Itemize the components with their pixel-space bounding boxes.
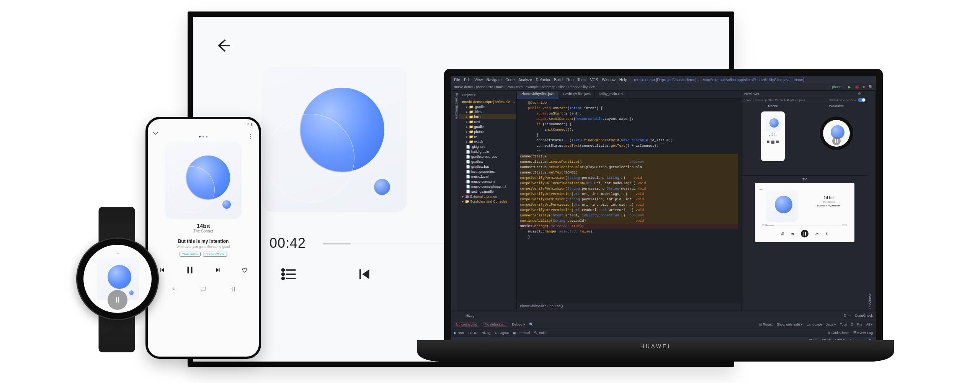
menu-analyze[interactable]: Analyze (518, 78, 532, 82)
stop-icon[interactable]: ■ (863, 85, 865, 89)
watch-device-mockup: ⌄ (73, 207, 161, 352)
tree-item: ▸ 📁cert (459, 119, 516, 124)
previewer-title: Previewer (744, 92, 759, 96)
queue-icon[interactable] (281, 266, 298, 283)
next-track-icon[interactable] (215, 267, 222, 273)
bottom-tab-eventlog[interactable]: ☰ Event Log (853, 331, 873, 335)
editor-breadcrumb[interactable]: PhoneAbilitySlice › onStart() (517, 303, 741, 311)
pause-button[interactable] (185, 265, 195, 275)
ide-menubar: File Edit View Navigate Code Analyze Ref… (451, 76, 876, 83)
debug-icon[interactable]: 🐞 (855, 85, 859, 89)
chip-standard[interactable]: Standard w (180, 252, 200, 257)
lang-label: Language (807, 322, 822, 326)
tree-item: 📄music2.xml (459, 174, 516, 179)
collapse-chevron-icon[interactable] (148, 129, 259, 135)
previous-track-icon[interactable] (355, 266, 372, 283)
tab-phoneability[interactable]: PhoneAbilitySlice.java (517, 91, 559, 98)
file-select[interactable]: All ▾ (866, 322, 873, 326)
phone-statusbar: ⚞▮ (148, 119, 259, 129)
menu-build[interactable]: Build (554, 78, 563, 82)
equalizer-icon[interactable] (229, 286, 236, 293)
tree-item: ▸ 📚 External Libraries (459, 194, 516, 199)
pause-button (801, 230, 808, 237)
preview-phone[interactable]: 14bitThe Sonnet (761, 111, 785, 161)
svg-point-1 (282, 273, 284, 275)
tree-item: ▸ 📁tv (459, 134, 516, 139)
preview-label-wearable: Wearable (828, 103, 845, 109)
run-target-select[interactable]: phone (830, 85, 844, 89)
phone-device-mockup: ⚞▮ ⋮ 14bit The Sonnet But this is my int… (145, 117, 261, 359)
tab-layoutxml[interactable]: ability_main.xml (595, 91, 627, 98)
song-title: 14bit (148, 223, 259, 229)
lang-select[interactable]: Java ▾ (826, 322, 836, 326)
more-menu-icon[interactable]: ⋮ (247, 133, 253, 140)
download-icon[interactable] (170, 286, 177, 293)
watch-pause-button[interactable] (108, 290, 127, 310)
search-icon[interactable]: 🔍 (869, 85, 873, 89)
config-select[interactable]: Debug ▾ (512, 322, 525, 326)
menu-tools[interactable]: Tools (577, 78, 586, 82)
phone-album-art (165, 142, 242, 219)
tree-item: 📄settings.gradle (459, 189, 516, 194)
ide-window: File Edit View Navigate Code Analyze Ref… (451, 76, 876, 344)
regex-checkbox[interactable]: ☑ Regex (759, 322, 773, 326)
lyric-line: But this is my intention (148, 239, 259, 244)
bottom-tab-logcat[interactable]: ↯ Logcat (494, 331, 509, 335)
favorite-icon[interactable] (241, 267, 248, 273)
bottom-tab-run[interactable]: ▶ Run (454, 331, 464, 335)
previewer-tool-tab[interactable]: Previewer (868, 91, 876, 311)
codecheck-gear-icon[interactable]: ⚙ — (843, 314, 851, 318)
lyric-sub: Wherever you go is the same good (148, 245, 259, 249)
hilog-tab[interactable]: HiLog (466, 314, 475, 318)
chip-sfx[interactable]: Sound effects (203, 252, 227, 257)
menu-window[interactable]: Window (602, 78, 616, 82)
tree-item: ▸ 📁build (459, 114, 516, 119)
menu-file[interactable]: File (454, 78, 460, 82)
menu-edit[interactable]: Edit (464, 78, 470, 82)
queue-icon: ☰ (781, 232, 784, 235)
codecheck-bar: HiLog ⚙ — CodeCheck (451, 311, 876, 320)
tree-item: 📄gradle.properties (459, 154, 516, 159)
playback-timecode: 00:42 (270, 235, 306, 251)
window-title: music-demo [D:\project\music-demo] - ...… (634, 78, 804, 82)
comments-icon[interactable] (200, 286, 207, 293)
preview-path: phone · otherapp.slice.PhoneAbilitySlice… (744, 98, 805, 102)
tree-item: 📄music-demo-phone.iml (459, 184, 516, 189)
tree-item: 📄build.gradle (459, 149, 516, 154)
tree-item: 📄local.properties (459, 169, 516, 174)
multi-device-toggle[interactable] (858, 98, 866, 102)
code-editor[interactable]: @Override public void onStart(Intent int… (517, 99, 741, 303)
project-tool-tab[interactable]: Project Structure (451, 91, 459, 311)
next-track-icon: ⏭ (815, 232, 818, 235)
breadcrumb[interactable]: music-demo › phone › src › main › java ›… (454, 85, 595, 89)
bottom-tab-todo[interactable]: TODO (468, 331, 478, 335)
previous-track-icon: ⏮ (791, 232, 794, 235)
menu-view[interactable]: View (474, 78, 483, 82)
menu-navigate[interactable]: Navigate (487, 78, 501, 82)
menu-code[interactable]: Code (505, 78, 514, 82)
menu-help[interactable]: Help (619, 78, 627, 82)
preview-tv[interactable]: ← 14 bit The Sonnet But this is my inten… (755, 183, 854, 242)
bottom-tab-codecheck[interactable]: ⚙ CodeCheck (827, 331, 849, 335)
gear-icon[interactable]: ⚙ — (858, 92, 866, 96)
safe-only-select[interactable]: Show only safe ▾ (777, 322, 803, 326)
multi-device-label: Multi-device preview (829, 98, 856, 102)
run-icon[interactable]: ▶ (848, 85, 851, 89)
laptop-device-mockup: File Edit View Navigate Code Analyze Ref… (417, 69, 894, 372)
preview-wearable[interactable] (821, 118, 852, 149)
bottom-tab-hilog[interactable]: HiLog (482, 331, 491, 335)
tree-item: ▸ 📂 Scratches and Consoles (459, 199, 516, 204)
project-root[interactable]: music-demo D:\project\music-demo (459, 99, 516, 104)
tab-tvability[interactable]: TVAbilitySlice.java (559, 91, 595, 98)
project-tree[interactable]: Project ▾ music-demo D:\project\music-de… (459, 91, 517, 311)
menu-vcs[interactable]: VCS (590, 78, 598, 82)
menu-run[interactable]: Run (567, 78, 573, 82)
bottom-tab-terminal[interactable]: ▣ Terminal (513, 331, 530, 335)
menu-refactor[interactable]: Refactor (536, 78, 550, 82)
no-connected-tag[interactable]: No connected (454, 322, 479, 327)
filter-icon[interactable]: 🔍 (529, 322, 533, 326)
watch-down-chevron-icon[interactable]: ⌄ (116, 250, 119, 255)
bottom-tab-build[interactable]: 🔨 Build (534, 331, 547, 335)
back-icon[interactable] (214, 36, 233, 55)
no-debuggable-tag[interactable]: No debuggabl (483, 322, 508, 327)
